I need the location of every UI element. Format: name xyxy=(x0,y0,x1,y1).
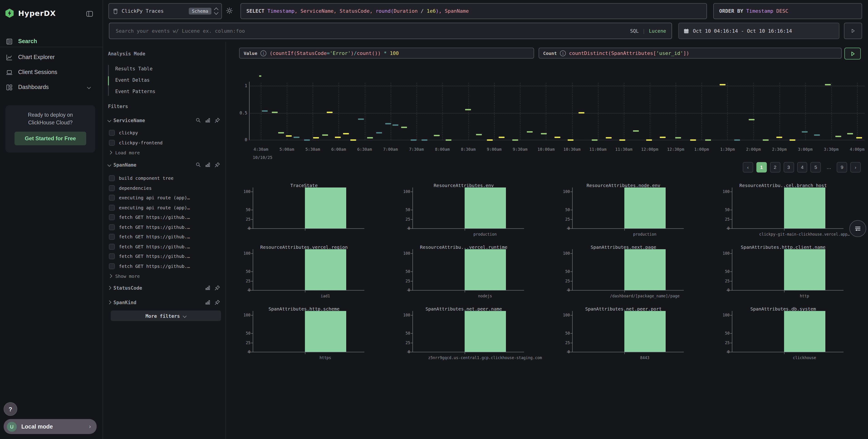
live-tail-button[interactable] xyxy=(844,23,862,39)
source-settings-gear-icon[interactable] xyxy=(226,7,233,14)
filter-option[interactable]: fetch GET https://github.… xyxy=(109,261,222,271)
filter-option[interactable]: fetch GET https://github.… xyxy=(109,252,222,261)
value-expression-input[interactable]: Value i (countIf(StatusCode='Error')/cou… xyxy=(239,48,534,59)
order-by-input[interactable]: ORDER BY Timestamp DESC xyxy=(713,3,862,19)
filter-checkbox[interactable] xyxy=(109,253,115,259)
chart-filter-fab[interactable] xyxy=(849,220,866,237)
search-icon[interactable] xyxy=(195,162,201,168)
filter-checkbox[interactable] xyxy=(109,243,115,250)
filter-option[interactable]: executing api route (app)… xyxy=(109,203,222,212)
analysis-mode-results-table[interactable]: Results Table xyxy=(115,64,206,74)
filter-checkbox[interactable] xyxy=(109,234,115,240)
chart-icon[interactable] xyxy=(205,300,211,305)
filter-checkbox[interactable] xyxy=(109,224,115,230)
attribute-bar-chart[interactable]: ResourceAttributes.vercel.region10050250… xyxy=(227,244,386,306)
filter-group-statuscode[interactable]: StatusCode xyxy=(108,284,220,292)
filter-checkbox[interactable] xyxy=(109,205,115,210)
filter-option[interactable]: fetch GET https://github.… xyxy=(109,232,222,241)
query-language-toggle[interactable]: SQL | Lucene xyxy=(630,28,666,34)
filter-group-servicename[interactable]: ServiceName xyxy=(108,116,220,124)
count-expression-input[interactable]: Count i countDistinct(SpanAttributes['us… xyxy=(538,48,842,59)
attribute-bar-chart[interactable]: TraceState10050250 xyxy=(227,182,386,244)
attribute-bar-chart[interactable]: ResourceAttribu...vercel.runtime10050250… xyxy=(386,244,546,306)
filter-checkbox[interactable] xyxy=(109,130,115,136)
pin-icon[interactable] xyxy=(215,162,220,168)
filter-option[interactable]: clickpy-frontend xyxy=(109,138,222,147)
attribute-bar-chart[interactable]: SpanAttributes.http.client.name10050250h… xyxy=(706,244,866,306)
filter-group-spanname[interactable]: SpanName xyxy=(108,161,220,169)
filter-checkbox[interactable] xyxy=(109,263,115,269)
sidebar-collapse-icon[interactable] xyxy=(86,11,93,17)
filter-option[interactable]: dependencies xyxy=(109,183,222,193)
lucene-toggle[interactable]: Lucene xyxy=(649,28,666,34)
source-selector[interactable]: ClickPy Traces Schema xyxy=(108,3,222,19)
attribute-bar-chart[interactable]: ResourceAttributes.node.env10050250produ… xyxy=(546,182,706,244)
filter-option[interactable]: fetch GET https://github.… xyxy=(109,242,222,251)
filter-option[interactable]: clickpy xyxy=(109,128,222,138)
delta-mark xyxy=(646,139,652,141)
schema-badge[interactable]: Schema xyxy=(189,8,212,14)
page-button-3[interactable]: 3 xyxy=(783,162,794,172)
user-mode-button[interactable]: U Local mode › xyxy=(4,419,97,434)
event-deltas-chart[interactable]: 00.514:30am5:00am5:30am6:00am6:30am7:00a… xyxy=(239,69,868,160)
filter-checkbox[interactable] xyxy=(109,214,115,220)
x-category-label: clickpy-git-main-clickhouse.vercel.app… xyxy=(759,232,849,236)
chart-icon[interactable] xyxy=(205,162,211,168)
pin-icon[interactable] xyxy=(215,285,220,291)
filter-checkbox[interactable] xyxy=(109,185,115,191)
chart-icon[interactable] xyxy=(205,118,211,123)
filter-checkbox[interactable] xyxy=(109,195,115,201)
prev-page-button[interactable]: ‹ xyxy=(743,162,753,172)
attribute-bar-chart[interactable]: SpanAttributes.net.peer.port100502508443 xyxy=(546,306,706,361)
sidebar-item-chart-explorer[interactable]: Chart Explorer xyxy=(0,51,102,63)
gridline-v xyxy=(727,83,728,140)
filter-option[interactable]: build component tree xyxy=(109,173,222,183)
chart-title: ResourceAttributes.vercel.region xyxy=(260,245,347,250)
delta-mark xyxy=(261,111,268,112)
run-query-button[interactable] xyxy=(844,48,861,59)
chart-title: ResourceAttribu...vercel.runtime xyxy=(420,245,507,250)
show-more-link[interactable]: Show more xyxy=(109,272,199,280)
attribute-bar-chart[interactable]: SpanAttributes.next.page10050250/dashboa… xyxy=(546,244,706,306)
filter-checkbox[interactable] xyxy=(109,175,115,181)
delta-mark xyxy=(790,139,796,141)
page-button-2[interactable]: 2 xyxy=(770,162,780,172)
analysis-mode-event-patterns[interactable]: Event Patterns xyxy=(115,86,206,96)
attribute-bar-chart[interactable]: SpanAttributes.net.peer.name10050250z5nr… xyxy=(386,306,546,361)
page-button-1[interactable]: 1 xyxy=(756,162,767,172)
get-started-button[interactable]: Get Started for Free xyxy=(14,131,86,145)
y-tick xyxy=(411,343,412,343)
filter-option[interactable]: fetch GET https://github.… xyxy=(109,212,222,222)
page-button-5[interactable]: 5 xyxy=(811,162,821,172)
attribute-bar-chart[interactable]: ResourceAttribu..cel.branch_host10050250… xyxy=(706,182,866,244)
search-input[interactable] xyxy=(115,27,626,34)
page-button-4[interactable]: 4 xyxy=(797,162,807,172)
delta-mark xyxy=(856,137,862,138)
select-query-input[interactable]: SELECT Timestamp, ServiceName, StatusCod… xyxy=(241,3,707,19)
filter-checkbox[interactable] xyxy=(109,140,115,146)
filter-group-spankind[interactable]: SpanKind xyxy=(108,298,220,306)
page-button-9[interactable]: 9 xyxy=(837,162,847,172)
filter-option[interactable]: executing api route (app)… xyxy=(109,193,222,203)
search-icon[interactable] xyxy=(195,118,201,123)
attribute-bar-chart[interactable]: SpanAttributes.http.scheme10050250https xyxy=(227,306,386,361)
sidebar-item-dashboards[interactable]: Dashboards xyxy=(0,81,102,93)
chart-icon[interactable] xyxy=(205,285,211,291)
next-page-button[interactable]: › xyxy=(850,162,861,172)
pin-icon[interactable] xyxy=(215,300,220,305)
attribute-bar-chart[interactable]: ResourceAttributes.env10050250production xyxy=(386,182,546,244)
chart-title: SpanAttributes.next.page xyxy=(591,245,656,250)
analysis-mode-event-deltas[interactable]: Event Deltas xyxy=(115,75,206,85)
attribute-bar-chart[interactable]: SpanAttributes.db.system10050250clickhou… xyxy=(706,306,866,361)
y-tick-label: 0 xyxy=(401,226,410,231)
load-more-link[interactable]: Load more xyxy=(109,148,199,157)
more-filters-button[interactable]: More filters xyxy=(111,311,221,321)
filter-option[interactable]: fetch GET https://github.… xyxy=(109,222,222,232)
sidebar-item-search[interactable]: Search xyxy=(0,35,102,47)
help-button[interactable]: ? xyxy=(4,402,17,416)
x-tick xyxy=(305,352,305,354)
pin-icon[interactable] xyxy=(215,118,220,123)
sql-toggle[interactable]: SQL xyxy=(630,28,639,34)
sidebar-item-client-sessions[interactable]: Client Sessions xyxy=(0,66,102,78)
date-range-picker[interactable]: Oct 10 04:16:14 - Oct 10 16:16:14 xyxy=(678,23,839,39)
